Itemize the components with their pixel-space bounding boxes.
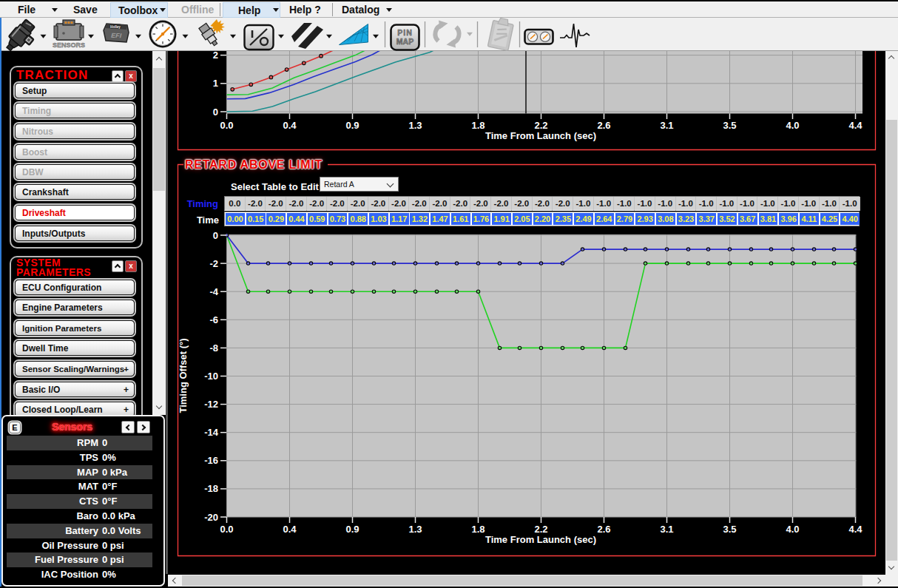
svg-text:4.0: 4.0 <box>786 120 799 131</box>
svg-text:-2: -2 <box>209 258 218 269</box>
svg-text:-10: -10 <box>204 371 218 382</box>
svg-text:-8: -8 <box>209 342 218 354</box>
svg-text:Time From Launch (sec): Time From Launch (sec) <box>485 534 596 545</box>
svg-text:0.0: 0.0 <box>220 120 233 131</box>
svg-text:0.4: 0.4 <box>283 120 297 131</box>
svg-text:4.4: 4.4 <box>848 120 862 131</box>
svg-text:-4: -4 <box>209 286 218 297</box>
svg-text:Timing Offset (°): Timing Offset (°) <box>178 338 189 413</box>
svg-text:-18: -18 <box>204 483 218 494</box>
svg-text:4.0: 4.0 <box>786 524 799 535</box>
svg-text:0: 0 <box>213 230 218 241</box>
svg-text:-14: -14 <box>204 427 219 438</box>
svg-text:0: 0 <box>213 107 218 118</box>
svg-text:3.1: 3.1 <box>660 524 673 535</box>
svg-text:2.2: 2.2 <box>534 120 547 131</box>
svg-text:3.5: 3.5 <box>723 120 736 131</box>
svg-text:1: 1 <box>213 78 218 89</box>
svg-text:0.4: 0.4 <box>283 524 297 535</box>
svg-text:1.3: 1.3 <box>408 524 422 535</box>
svg-text:2.6: 2.6 <box>597 524 610 535</box>
svg-text:-20: -20 <box>204 512 218 523</box>
svg-text:Time From Launch (sec): Time From Launch (sec) <box>485 130 596 141</box>
svg-text:1.8: 1.8 <box>471 524 485 535</box>
svg-text:2.2: 2.2 <box>534 524 547 535</box>
svg-text:2.6: 2.6 <box>597 120 610 131</box>
svg-text:2: 2 <box>213 50 218 61</box>
svg-text:1.8: 1.8 <box>471 120 485 131</box>
svg-text:-12: -12 <box>204 399 218 410</box>
svg-text:0.9: 0.9 <box>345 120 359 131</box>
svg-text:-16: -16 <box>204 455 218 466</box>
svg-text:0.9: 0.9 <box>345 524 359 535</box>
svg-text:4.4: 4.4 <box>848 524 862 535</box>
svg-text:0.0: 0.0 <box>220 524 233 535</box>
svg-text:1.3: 1.3 <box>408 120 422 131</box>
svg-text:-6: -6 <box>209 314 218 325</box>
svg-text:3.5: 3.5 <box>723 524 736 535</box>
svg-text:3.1: 3.1 <box>660 120 673 131</box>
